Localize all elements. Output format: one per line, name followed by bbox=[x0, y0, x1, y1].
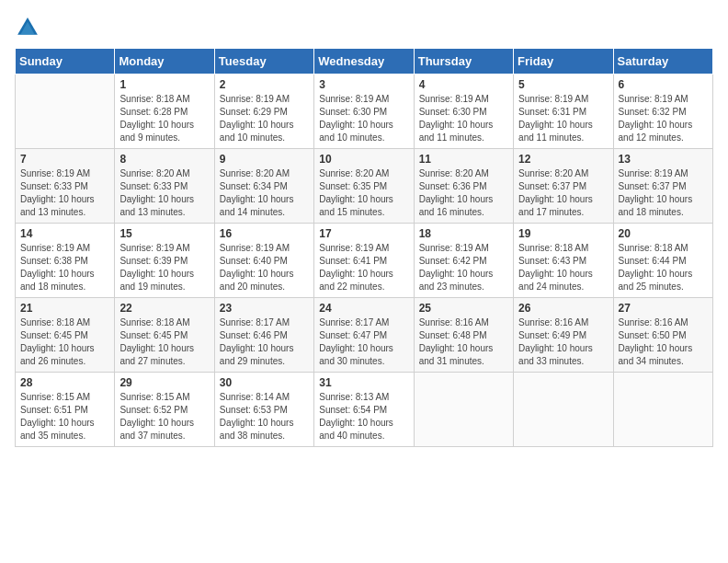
day-header-monday: Monday bbox=[115, 49, 214, 75]
day-info: Sunrise: 8:20 AM Sunset: 6:36 PM Dayligh… bbox=[419, 167, 508, 219]
day-number: 31 bbox=[319, 376, 408, 389]
day-info: Sunrise: 8:16 AM Sunset: 6:48 PM Dayligh… bbox=[419, 316, 508, 368]
day-header-wednesday: Wednesday bbox=[314, 49, 414, 75]
day-number: 5 bbox=[518, 78, 608, 91]
day-cell: 20Sunrise: 8:18 AM Sunset: 6:44 PM Dayli… bbox=[613, 224, 712, 298]
day-number: 24 bbox=[319, 302, 408, 315]
day-info: Sunrise: 8:18 AM Sunset: 6:44 PM Dayligh… bbox=[619, 242, 708, 293]
day-number: 6 bbox=[619, 78, 708, 91]
day-number: 21 bbox=[20, 302, 109, 315]
day-cell: 29Sunrise: 8:15 AM Sunset: 6:52 PM Dayli… bbox=[115, 373, 214, 447]
week-row-1: 1Sunrise: 8:18 AM Sunset: 6:28 PM Daylig… bbox=[16, 75, 713, 149]
day-number: 11 bbox=[419, 153, 508, 166]
day-cell: 28Sunrise: 8:15 AM Sunset: 6:51 PM Dayli… bbox=[16, 373, 115, 447]
day-cell: 27Sunrise: 8:16 AM Sunset: 6:50 PM Dayli… bbox=[613, 298, 712, 373]
day-number: 16 bbox=[220, 227, 309, 240]
day-info: Sunrise: 8:19 AM Sunset: 6:32 PM Dayligh… bbox=[619, 93, 708, 144]
day-number: 4 bbox=[419, 78, 508, 91]
day-number: 10 bbox=[319, 153, 408, 166]
day-info: Sunrise: 8:17 AM Sunset: 6:46 PM Dayligh… bbox=[220, 316, 309, 368]
day-header-saturday: Saturday bbox=[613, 49, 712, 75]
day-info: Sunrise: 8:18 AM Sunset: 6:28 PM Dayligh… bbox=[119, 93, 209, 144]
day-cell: 8Sunrise: 8:20 AM Sunset: 6:33 PM Daylig… bbox=[115, 149, 214, 224]
week-row-2: 7Sunrise: 8:19 AM Sunset: 6:33 PM Daylig… bbox=[16, 149, 713, 224]
day-number: 28 bbox=[20, 376, 109, 389]
day-info: Sunrise: 8:17 AM Sunset: 6:47 PM Dayligh… bbox=[319, 316, 408, 368]
day-cell: 3Sunrise: 8:19 AM Sunset: 6:30 PM Daylig… bbox=[314, 75, 414, 149]
day-info: Sunrise: 8:19 AM Sunset: 6:33 PM Dayligh… bbox=[20, 167, 109, 219]
day-info: Sunrise: 8:20 AM Sunset: 6:37 PM Dayligh… bbox=[518, 167, 608, 219]
day-number: 26 bbox=[518, 302, 608, 315]
day-cell: 23Sunrise: 8:17 AM Sunset: 6:46 PM Dayli… bbox=[214, 298, 313, 373]
day-number: 30 bbox=[220, 376, 309, 389]
day-number: 9 bbox=[220, 153, 309, 166]
day-header-thursday: Thursday bbox=[414, 49, 513, 75]
day-cell: 25Sunrise: 8:16 AM Sunset: 6:48 PM Dayli… bbox=[414, 298, 513, 373]
day-number: 1 bbox=[119, 78, 209, 91]
day-number: 8 bbox=[119, 153, 209, 166]
day-cell bbox=[514, 373, 613, 447]
day-cell: 26Sunrise: 8:16 AM Sunset: 6:49 PM Dayli… bbox=[514, 298, 613, 373]
day-cell: 24Sunrise: 8:17 AM Sunset: 6:47 PM Dayli… bbox=[314, 298, 414, 373]
day-number: 12 bbox=[518, 153, 608, 166]
day-cell: 21Sunrise: 8:18 AM Sunset: 6:45 PM Dayli… bbox=[16, 298, 115, 373]
day-info: Sunrise: 8:19 AM Sunset: 6:30 PM Dayligh… bbox=[319, 93, 408, 144]
day-cell: 13Sunrise: 8:19 AM Sunset: 6:37 PM Dayli… bbox=[613, 149, 712, 224]
day-cell: 18Sunrise: 8:19 AM Sunset: 6:42 PM Dayli… bbox=[414, 224, 513, 298]
day-number: 20 bbox=[619, 227, 708, 240]
day-cell: 31Sunrise: 8:13 AM Sunset: 6:54 PM Dayli… bbox=[314, 373, 414, 447]
day-cell: 16Sunrise: 8:19 AM Sunset: 6:40 PM Dayli… bbox=[214, 224, 313, 298]
day-cell: 12Sunrise: 8:20 AM Sunset: 6:37 PM Dayli… bbox=[514, 149, 613, 224]
day-info: Sunrise: 8:18 AM Sunset: 6:45 PM Dayligh… bbox=[20, 316, 109, 368]
day-cell: 2Sunrise: 8:19 AM Sunset: 6:29 PM Daylig… bbox=[214, 75, 313, 149]
week-row-3: 14Sunrise: 8:19 AM Sunset: 6:38 PM Dayli… bbox=[16, 224, 713, 298]
day-cell bbox=[414, 373, 513, 447]
day-info: Sunrise: 8:20 AM Sunset: 6:33 PM Dayligh… bbox=[119, 167, 209, 219]
day-info: Sunrise: 8:19 AM Sunset: 6:37 PM Dayligh… bbox=[619, 167, 708, 219]
day-info: Sunrise: 8:19 AM Sunset: 6:30 PM Dayligh… bbox=[419, 93, 508, 144]
day-number: 17 bbox=[319, 227, 408, 240]
day-number: 23 bbox=[220, 302, 309, 315]
day-info: Sunrise: 8:14 AM Sunset: 6:53 PM Dayligh… bbox=[220, 391, 309, 442]
day-cell: 10Sunrise: 8:20 AM Sunset: 6:35 PM Dayli… bbox=[314, 149, 414, 224]
week-row-5: 28Sunrise: 8:15 AM Sunset: 6:51 PM Dayli… bbox=[16, 373, 713, 447]
day-cell: 19Sunrise: 8:18 AM Sunset: 6:43 PM Dayli… bbox=[514, 224, 613, 298]
day-info: Sunrise: 8:19 AM Sunset: 6:31 PM Dayligh… bbox=[518, 93, 608, 144]
day-cell bbox=[16, 75, 115, 149]
day-number: 29 bbox=[119, 376, 209, 389]
day-number: 18 bbox=[419, 227, 508, 240]
day-info: Sunrise: 8:20 AM Sunset: 6:35 PM Dayligh… bbox=[319, 167, 408, 219]
day-number: 15 bbox=[119, 227, 209, 240]
week-row-4: 21Sunrise: 8:18 AM Sunset: 6:45 PM Dayli… bbox=[16, 298, 713, 373]
day-number: 3 bbox=[319, 78, 408, 91]
day-number: 14 bbox=[20, 227, 109, 240]
day-header-friday: Friday bbox=[514, 49, 613, 75]
day-cell: 6Sunrise: 8:19 AM Sunset: 6:32 PM Daylig… bbox=[613, 75, 712, 149]
day-number: 25 bbox=[419, 302, 508, 315]
day-info: Sunrise: 8:16 AM Sunset: 6:50 PM Dayligh… bbox=[619, 316, 708, 368]
day-cell: 4Sunrise: 8:19 AM Sunset: 6:30 PM Daylig… bbox=[414, 75, 513, 149]
logo-icon bbox=[15, 15, 40, 40]
day-info: Sunrise: 8:19 AM Sunset: 6:41 PM Dayligh… bbox=[319, 242, 408, 293]
day-info: Sunrise: 8:18 AM Sunset: 6:43 PM Dayligh… bbox=[518, 242, 608, 293]
day-info: Sunrise: 8:19 AM Sunset: 6:40 PM Dayligh… bbox=[220, 242, 309, 293]
day-header-tuesday: Tuesday bbox=[214, 49, 313, 75]
day-info: Sunrise: 8:13 AM Sunset: 6:54 PM Dayligh… bbox=[319, 391, 408, 442]
day-cell: 7Sunrise: 8:19 AM Sunset: 6:33 PM Daylig… bbox=[16, 149, 115, 224]
day-info: Sunrise: 8:19 AM Sunset: 6:39 PM Dayligh… bbox=[119, 242, 209, 293]
day-cell: 1Sunrise: 8:18 AM Sunset: 6:28 PM Daylig… bbox=[115, 75, 214, 149]
day-cell: 22Sunrise: 8:18 AM Sunset: 6:45 PM Dayli… bbox=[115, 298, 214, 373]
day-number: 7 bbox=[20, 153, 109, 166]
day-info: Sunrise: 8:19 AM Sunset: 6:29 PM Dayligh… bbox=[220, 93, 309, 144]
day-cell: 11Sunrise: 8:20 AM Sunset: 6:36 PM Dayli… bbox=[414, 149, 513, 224]
day-number: 27 bbox=[619, 302, 708, 315]
day-header-sunday: Sunday bbox=[16, 49, 115, 75]
day-cell: 30Sunrise: 8:14 AM Sunset: 6:53 PM Dayli… bbox=[214, 373, 313, 447]
day-info: Sunrise: 8:18 AM Sunset: 6:45 PM Dayligh… bbox=[119, 316, 209, 368]
page-header bbox=[15, 15, 713, 40]
day-number: 2 bbox=[220, 78, 309, 91]
day-cell: 17Sunrise: 8:19 AM Sunset: 6:41 PM Dayli… bbox=[314, 224, 414, 298]
logo bbox=[15, 15, 44, 40]
day-cell bbox=[613, 373, 712, 447]
day-info: Sunrise: 8:16 AM Sunset: 6:49 PM Dayligh… bbox=[518, 316, 608, 368]
